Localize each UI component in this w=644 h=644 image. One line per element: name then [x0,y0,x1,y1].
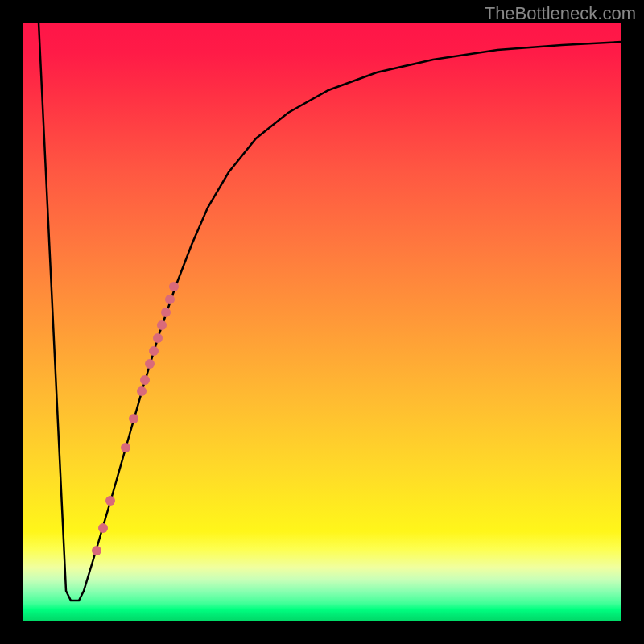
data-point [129,414,138,423]
data-point [105,496,115,506]
data-point [140,375,150,385]
data-point [98,523,108,533]
chart-svg [23,23,621,621]
data-point [149,346,159,356]
dots-group [92,282,179,555]
data-point [165,295,175,304]
data-point [137,386,147,396]
data-point [161,308,171,317]
data-point [145,359,155,369]
plot-area [23,23,621,621]
data-point [121,443,130,452]
data-point [153,333,163,343]
bottleneck-curve [39,23,621,601]
data-point [169,282,179,291]
watermark-text: TheBottleneck.com [485,3,636,24]
data-point [157,320,167,330]
data-point [92,546,101,555]
